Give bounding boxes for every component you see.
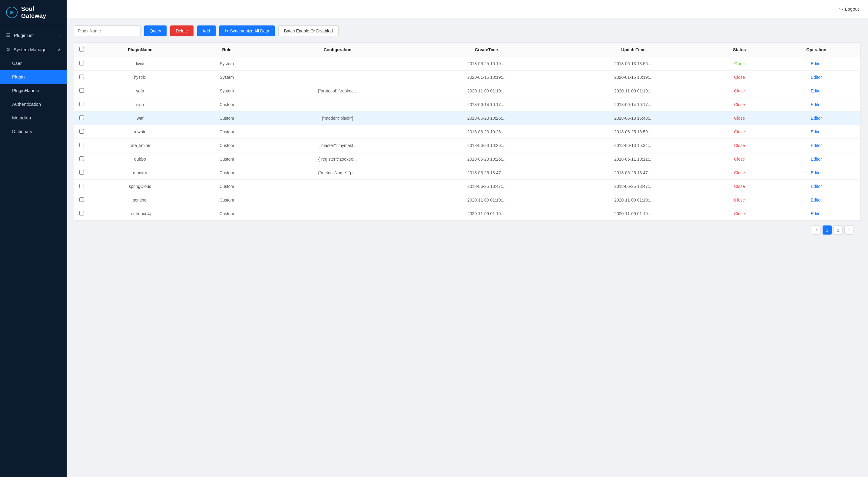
sidebar-item-dictionary[interactable]: Dictionary bbox=[0, 124, 67, 138]
row-configuration bbox=[262, 125, 413, 139]
col-update-time: UpdateTime bbox=[560, 43, 707, 57]
row-plugin-name: waf bbox=[89, 112, 191, 125]
table-row: sign Custom 2018-06-14 10:17:... 2018-06… bbox=[74, 98, 861, 112]
page-1-button[interactable]: 1 bbox=[823, 226, 832, 235]
sidebar-label-pluginhandle: PluginHandle bbox=[12, 88, 39, 93]
editor-link[interactable]: Editor bbox=[811, 184, 822, 189]
row-role: Custom bbox=[191, 139, 262, 152]
sidebar-item-pluginlist[interactable]: ☰ PluginList › bbox=[0, 28, 67, 42]
row-role: Custom bbox=[191, 112, 262, 125]
editor-link[interactable]: Editor bbox=[811, 116, 822, 121]
status-badge: Close bbox=[734, 184, 745, 189]
row-checkbox[interactable] bbox=[79, 129, 84, 133]
col-operation: Operation bbox=[772, 43, 861, 57]
row-checkbox[interactable] bbox=[79, 74, 84, 79]
sidebar-group-header-system-manage[interactable]: ⚙ System Manage ∧ bbox=[0, 42, 67, 56]
sidebar-item-pluginhandle[interactable]: PluginHandle bbox=[0, 84, 67, 97]
row-checkbox[interactable] bbox=[79, 197, 84, 202]
delete-button[interactable]: Delete bbox=[170, 26, 193, 36]
editor-link[interactable]: Editor bbox=[811, 61, 822, 66]
row-operation: Editor bbox=[772, 180, 861, 193]
row-status: Close bbox=[707, 139, 772, 152]
status-badge: Close bbox=[734, 211, 745, 216]
row-operation: Editor bbox=[772, 139, 861, 152]
row-update-time: 2018-06-25 13:47:... bbox=[560, 166, 707, 180]
sync-button[interactable]: ↻ Synchronize All Data bbox=[219, 26, 275, 36]
select-all-checkbox[interactable] bbox=[79, 47, 84, 52]
status-badge: Close bbox=[734, 116, 745, 121]
logout-button[interactable]: ↪ Logout bbox=[839, 6, 859, 12]
row-operation: Editor bbox=[772, 70, 861, 84]
table-row: monitor Custom {"metricsName":"pr... 201… bbox=[74, 166, 861, 180]
editor-link[interactable]: Editor bbox=[811, 143, 822, 148]
row-checkbox[interactable] bbox=[79, 184, 84, 188]
row-update-time: 2020-01-15 10:19:... bbox=[560, 70, 707, 84]
sidebar-item-authentication[interactable]: Authentication bbox=[0, 97, 67, 111]
row-configuration: {"register":"zookee... bbox=[262, 152, 413, 166]
row-status: Close bbox=[707, 152, 772, 166]
search-input[interactable] bbox=[74, 26, 141, 36]
row-status: Close bbox=[707, 125, 772, 139]
row-checkbox-cell bbox=[74, 84, 89, 98]
sidebar-label-authentication: Authentication bbox=[12, 101, 41, 107]
editor-link[interactable]: Editor bbox=[811, 170, 822, 175]
row-checkbox[interactable] bbox=[79, 143, 84, 147]
pagination: ‹ 1 2 › bbox=[74, 220, 861, 239]
row-checkbox[interactable] bbox=[79, 102, 84, 107]
data-table: PluginName Role Configuration CreateTime… bbox=[74, 43, 861, 220]
row-checkbox-cell bbox=[74, 139, 89, 152]
editor-link[interactable]: Editor bbox=[811, 157, 822, 161]
row-configuration: {"model":"black"} bbox=[262, 112, 413, 125]
sidebar-item-metadata[interactable]: Metadata bbox=[0, 111, 67, 124]
page-2-button[interactable]: 2 bbox=[834, 226, 842, 235]
editor-link[interactable]: Editor bbox=[811, 198, 822, 203]
row-configuration bbox=[262, 193, 413, 207]
row-update-time: 2020-11-09 01:19:... bbox=[560, 84, 707, 98]
sync-label: Synchronize All Data bbox=[230, 29, 269, 33]
editor-link[interactable]: Editor bbox=[811, 75, 822, 80]
logout-icon: ↪ bbox=[839, 6, 843, 12]
row-operation: Editor bbox=[772, 112, 861, 125]
row-checkbox[interactable] bbox=[79, 156, 84, 161]
table-row: dubbo Custom {"register":"zookee... 2018… bbox=[74, 152, 861, 166]
row-checkbox[interactable] bbox=[79, 61, 84, 65]
next-page-button[interactable]: › bbox=[844, 226, 854, 235]
logo-icon: ⊕ bbox=[6, 7, 18, 18]
row-update-time: 2018-06-11 10:11:... bbox=[560, 152, 707, 166]
prev-page-button[interactable]: ‹ bbox=[812, 226, 821, 235]
editor-link[interactable]: Editor bbox=[811, 129, 822, 134]
status-badge: Close bbox=[734, 157, 745, 161]
row-create-time: 2018-06-25 13:47:... bbox=[413, 180, 560, 193]
row-checkbox[interactable] bbox=[79, 88, 84, 93]
chevron-right-icon: › bbox=[59, 33, 61, 37]
status-badge: Close bbox=[734, 75, 745, 80]
row-checkbox[interactable] bbox=[79, 170, 84, 175]
sidebar-item-user[interactable]: User bbox=[0, 56, 67, 70]
table-header-row: PluginName Role Configuration CreateTime… bbox=[74, 43, 861, 57]
row-status: Close bbox=[707, 207, 772, 220]
row-update-time: 2018-06-13 15:43:... bbox=[560, 112, 707, 125]
row-configuration bbox=[262, 98, 413, 112]
query-button[interactable]: Query bbox=[144, 26, 166, 36]
row-checkbox-cell bbox=[74, 70, 89, 84]
editor-link[interactable]: Editor bbox=[811, 89, 822, 93]
add-button[interactable]: Add bbox=[197, 26, 216, 36]
logo-symbol: ⊕ bbox=[9, 9, 14, 16]
chevron-up-icon: ∧ bbox=[58, 47, 61, 52]
row-configuration: {"protocol":"zookee... bbox=[262, 84, 413, 98]
sidebar-label-user: User bbox=[12, 61, 22, 66]
sidebar-item-plugin[interactable]: Plugin bbox=[0, 70, 67, 84]
editor-link[interactable]: Editor bbox=[811, 102, 822, 107]
row-checkbox[interactable] bbox=[79, 116, 84, 120]
row-checkbox-cell bbox=[74, 57, 89, 70]
row-plugin-name: springCloud bbox=[89, 180, 191, 193]
row-checkbox-cell bbox=[74, 180, 89, 193]
editor-link[interactable]: Editor bbox=[811, 211, 822, 216]
table-row: resilience4j Custom 2020-11-09 01:19:...… bbox=[74, 207, 861, 220]
row-plugin-name: divide bbox=[89, 57, 191, 70]
col-role: Role bbox=[191, 43, 262, 57]
table-row: rewrite Custom 2018-06-23 10:26:... 2018… bbox=[74, 125, 861, 139]
row-configuration bbox=[262, 70, 413, 84]
batch-button[interactable]: Batch Enable Or Disabled bbox=[278, 26, 339, 36]
row-checkbox[interactable] bbox=[79, 211, 84, 215]
